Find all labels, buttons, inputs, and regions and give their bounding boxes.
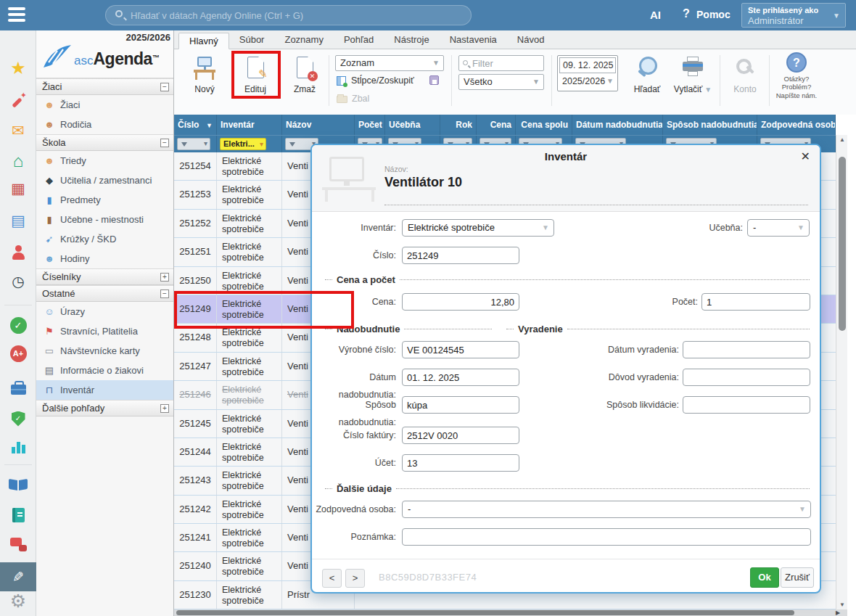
save-layout-icon[interactable] — [429, 75, 439, 85]
settings-gear-icon[interactable]: ⚙ — [0, 586, 36, 615]
sidebar-item-inventar[interactable]: ⊓Inventár — [36, 380, 173, 400]
dovod-vyradenia-input[interactable] — [683, 369, 810, 386]
view-dropdown[interactable]: Zoznam▼ — [335, 55, 444, 71]
search-button[interactable]: Hľadať — [627, 54, 667, 94]
sidebar-group-ziaci[interactable]: Žiaci− — [36, 78, 173, 95]
tab-pohlad[interactable]: Pohľad — [334, 32, 384, 49]
close-icon[interactable]: ✕ — [801, 149, 810, 163]
global-search-input[interactable] — [131, 6, 464, 25]
col-header-zodpovedna-osoba[interactable]: Zodpovedná osoba — [757, 115, 836, 135]
account-button[interactable]: Konto — [725, 54, 765, 94]
home-icon[interactable]: ⌂ — [0, 147, 36, 176]
shield-check-icon[interactable]: ✓ — [0, 404, 36, 433]
col-header-sposob-nadobudnutia[interactable]: Spôsob nadobudnutia — [663, 115, 757, 135]
briefcase-icon[interactable] — [0, 373, 36, 402]
vertical-scrollbar-thumb[interactable] — [839, 157, 846, 331]
timetable-grid-icon[interactable]: ▦ — [0, 174, 36, 203]
col-header-rok[interactable]: Rok — [440, 115, 477, 135]
vertical-scrollbar[interactable]: ▲ ▼ — [836, 135, 847, 609]
questions-help-button[interactable]: ? Otázky?Problém?Napíšte nám. — [773, 52, 820, 99]
scroll-right-icon[interactable]: ▶ — [836, 609, 840, 616]
tab-navod[interactable]: Návod — [507, 32, 555, 49]
tab-nastavenia[interactable]: Nastavenia — [440, 32, 507, 49]
sidebar-item-predmety[interactable]: ▮Predmety — [36, 190, 173, 210]
expand-chevron-icon[interactable]: ❯ — [0, 612, 36, 616]
magic-wand-icon[interactable] — [0, 87, 36, 116]
datum-vyradenia-input[interactable] — [683, 341, 810, 358]
columns-group-button[interactable]: Stĺpce/Zoskupiť — [351, 75, 414, 86]
filter-chip-inventar[interactable]: Elektri...▾ — [220, 138, 266, 150]
sidebar-item-ziaci[interactable]: ☻Žiaci — [36, 95, 173, 115]
col-header-cislo[interactable]: ▼Číslo — [174, 115, 217, 135]
collapse-toggle-icon[interactable]: − — [160, 83, 169, 91]
person-icon[interactable] — [0, 238, 36, 267]
filter-input[interactable] — [472, 57, 541, 70]
col-header-ucebna[interactable]: Učebňa — [385, 115, 440, 135]
collapse-toggle-icon[interactable]: − — [160, 289, 169, 298]
col-header-datum-nadobudnutia[interactable]: Dátum nadobudnutia — [572, 115, 663, 135]
scroll-down-icon[interactable]: ▼ — [836, 601, 848, 608]
edit-button[interactable]: ✎ Edituj — [235, 54, 276, 94]
delete-button[interactable]: ✕ Zmaž — [286, 54, 324, 94]
filter-dropdown-cislo[interactable] — [177, 138, 210, 150]
sidebar-item-kruzky[interactable]: ➹Krúžky / ŠKD — [36, 229, 173, 249]
cislo-faktury-input[interactable] — [402, 427, 519, 444]
scope-dropdown[interactable]: Všetko▼ — [458, 74, 544, 90]
col-header-cena-spolu[interactable]: Cena spolu — [516, 115, 572, 135]
vyrobne-cislo-input[interactable] — [402, 341, 519, 358]
tab-nastroje[interactable]: Nástroje — [384, 32, 439, 49]
sidebar-item-ucitelia[interactable]: ◆Učitelia / zamestnanci — [36, 171, 173, 190]
col-header-nazov[interactable]: Názov — [282, 115, 355, 135]
gradebook-icon[interactable]: ▤ — [0, 206, 36, 235]
ai-button[interactable]: AI — [650, 9, 661, 21]
col-header-inventar[interactable]: Inventár — [217, 115, 282, 135]
cancel-button[interactable]: Zrušiť — [781, 567, 814, 588]
filter-box[interactable] — [458, 55, 544, 71]
statistics-chart-icon[interactable] — [0, 432, 36, 461]
horizontal-scrollbar-thumb[interactable] — [176, 610, 794, 615]
scroll-up-icon[interactable]: ▲ — [836, 136, 848, 143]
sidebar-item-urazy[interactable]: ☺Úrazy — [36, 302, 173, 321]
sidebar-item-hodiny[interactable]: ☻Hodiny — [36, 249, 173, 268]
print-button[interactable]: Vytlačiť▼ — [670, 54, 715, 94]
library-book-icon[interactable] — [0, 470, 36, 499]
ucebna-dropdown[interactable]: -▼ — [747, 219, 810, 237]
sidebar-group-ciselniky[interactable]: Číselníky+ — [36, 268, 173, 285]
expand-toggle-icon[interactable]: + — [160, 404, 169, 413]
zodpovedna-osoba-dropdown[interactable]: -▼ — [402, 501, 811, 518]
sidebar-group-ostatne[interactable]: Ostatné− — [36, 285, 173, 302]
sposob-likvidacie-input[interactable] — [683, 396, 810, 414]
check-circle-icon[interactable]: ✓ — [0, 311, 36, 340]
user-menu[interactable]: Ste prihlásený ako Administrátor ▼ — [741, 3, 846, 28]
new-button[interactable]: Nový — [184, 54, 225, 94]
calendar-clock-icon[interactable]: ◷ — [0, 267, 36, 296]
school-year-dropdown[interactable]: 2025/2026▼ — [559, 73, 616, 89]
sidebar-item-informacie[interactable]: ▤Informácie o žiakovi — [36, 361, 173, 380]
favorites-star-icon[interactable]: ★ — [0, 54, 36, 83]
global-search[interactable] — [105, 5, 472, 25]
poznamka-input[interactable] — [402, 528, 811, 546]
ucet-input[interactable] — [402, 454, 519, 472]
collapse-button[interactable]: Zbal — [352, 94, 369, 104]
sidebar-item-navstevnicke-karty[interactable]: ▭Návštevnícke karty — [36, 341, 173, 361]
sidebar-item-stravnici[interactable]: ⚑Stravníci, Platitelia — [36, 321, 173, 341]
col-header-cena[interactable]: Cena — [477, 115, 516, 135]
inventar-dropdown[interactable]: Elektrické spotrebiče▼ — [402, 219, 554, 237]
grades-a-plus-icon[interactable]: A+ — [0, 339, 36, 368]
sposob-nadobudnutia-input[interactable] — [402, 396, 519, 414]
datum-nadobudnutia-input[interactable] — [402, 369, 519, 386]
name-value[interactable]: Ventilátor 10 — [384, 175, 462, 190]
hamburger-menu-icon[interactable] — [8, 7, 27, 23]
pocet-input[interactable] — [701, 293, 810, 311]
prev-record-button[interactable]: < — [322, 569, 342, 588]
tab-subor[interactable]: Súbor — [229, 32, 275, 49]
documents-icon[interactable] — [0, 501, 36, 530]
sidebar-item-ucebne[interactable]: ▮Učebne - miestnosti — [36, 210, 173, 229]
tab-zoznamy[interactable]: Zoznamy — [274, 32, 333, 49]
sidebar-item-triedy[interactable]: ☻Triedy — [36, 151, 173, 171]
cena-input[interactable] — [402, 293, 519, 311]
collapse-toggle-icon[interactable]: − — [160, 139, 169, 147]
expand-toggle-icon[interactable]: + — [160, 273, 169, 282]
date-field[interactable]: 09. 12. 2025 — [559, 57, 616, 73]
ok-button[interactable]: Ok — [750, 567, 779, 588]
